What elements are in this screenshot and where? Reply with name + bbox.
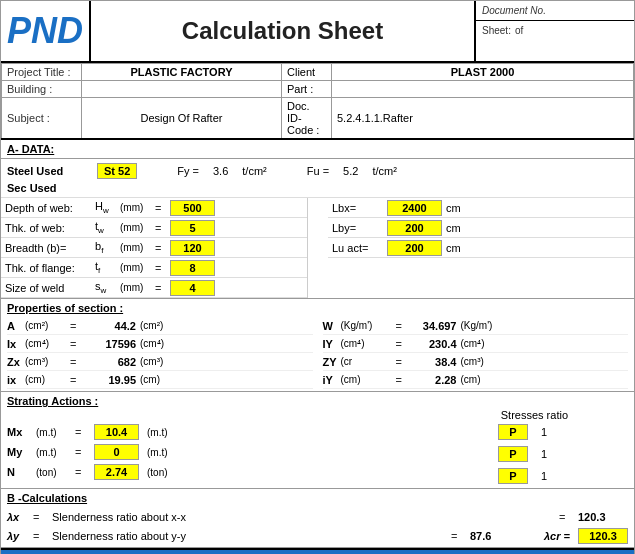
calc-header: B -Calculations — [7, 492, 628, 504]
param-unit-sw: (mm) — [120, 282, 155, 293]
calc-eq2-ly: = — [451, 530, 466, 542]
action-unit2-My: (m.t) — [147, 447, 182, 458]
project-info-table: Project Title : PLASTIC FACTORY Client P… — [1, 63, 634, 140]
sec-used-label: Sec Used — [7, 182, 628, 194]
steel-section: Steel Used St 52 Fy = 3.6 t/cm² Fu = 5.2… — [1, 159, 634, 197]
stresses-ratio-label: Stresses ratio — [7, 409, 628, 421]
stress-val-Mx: 1 — [534, 426, 554, 438]
project-title-value: PLASTIC FACTORY — [82, 64, 282, 81]
param-unit-lby: cm — [446, 222, 461, 234]
param-unit-bf: (mm) — [120, 242, 155, 253]
param-label-lby: Lby= — [332, 222, 387, 234]
prop-unit-A: (cm²) — [25, 320, 70, 331]
param-unit-tf: (mm) — [120, 262, 155, 273]
header: PND Calculation Sheet Document No. Sheet… — [1, 1, 634, 63]
prop-unit-IY: (cm⁴) — [341, 338, 396, 349]
calc-row-lx: λx = Slenderness ratio about x-x = 120.3 — [7, 507, 628, 526]
props-left: A (cm²) = 44.2 (cm²) Ix (cm⁴) = 17596 (c… — [7, 317, 313, 389]
param-eq-tf: = — [155, 262, 170, 274]
action-val-My[interactable]: 0 — [94, 444, 139, 460]
stress-row-Mx: P 1 — [498, 422, 628, 442]
param-val-luact[interactable]: 200 — [387, 240, 442, 256]
prop-eq-Zx: = — [70, 356, 85, 368]
prop-eq-IY: = — [396, 338, 411, 350]
param-row-sw: Size of weld sw (mm) = 4 — [1, 278, 307, 298]
param-row-lby: Lby= 200 cm — [328, 218, 634, 238]
fy-value: 3.6 — [213, 165, 228, 177]
param-eq-hw: = — [155, 202, 170, 214]
params-left: Depth of web: Hw (mm) = 500 Thk. of web:… — [1, 198, 308, 298]
action-val-N[interactable]: 2.74 — [94, 464, 139, 480]
steel-value[interactable]: St 52 — [97, 163, 137, 179]
action-val-Mx[interactable]: 10.4 — [94, 424, 139, 440]
prop-row-A: A (cm²) = 44.2 (cm²) — [7, 317, 313, 335]
part-label: Part : — [282, 81, 332, 98]
action-unit2-Mx: (m.t) — [147, 427, 182, 438]
calc-val-ly: 87.6 — [470, 530, 520, 542]
subject-label: Subject : — [2, 98, 82, 140]
calc-eq-ly: = — [33, 530, 48, 542]
actions-header: Strating Actions : — [7, 395, 628, 407]
stress-p-My[interactable]: P — [498, 446, 528, 462]
param-sym-tf: tf — [95, 260, 120, 275]
param-unit-tw: (mm) — [120, 222, 155, 233]
prop-val-IY: 230.4 — [411, 338, 461, 350]
calc-desc-ly: Slenderness ratio about y-y — [52, 530, 447, 542]
prop-unit2-IY: (cm⁴) — [461, 338, 506, 349]
prop-val-Ix: 17596 — [85, 338, 140, 350]
prop-sym-IY: IY — [323, 338, 341, 350]
param-sym-bf: bf — [95, 240, 120, 255]
prop-sym-W: W — [323, 320, 341, 332]
param-row-tf: Thk. of flange: tf (mm) = 8 — [1, 258, 307, 278]
page-title: Calculation Sheet — [91, 1, 474, 61]
param-row-bf: Breadth (b)= bf (mm) = 120 — [1, 238, 307, 258]
building-label: Building : — [2, 81, 82, 98]
param-val-sw[interactable]: 4 — [170, 280, 215, 296]
actions-stress-col: P 1 P 1 P 1 — [498, 422, 628, 486]
client-label: Client — [282, 64, 332, 81]
prop-unit-iY: (cm) — [341, 374, 396, 385]
prop-eq-ZY: = — [396, 356, 411, 368]
prop-row-ZY: ZY (cr = 38.4 (cm³) — [323, 353, 629, 371]
calc-row-ly: λy = Slenderness ratio about y-y = 87.6 … — [7, 526, 628, 545]
page: PND Calculation Sheet Document No. Sheet… — [0, 0, 635, 554]
steel-label: Steel Used — [7, 165, 87, 177]
action-sym-N: N — [7, 466, 32, 478]
doc-number-label: Document No. — [476, 1, 634, 21]
actions-section: Strating Actions : Stresses ratio Mx (m.… — [1, 392, 634, 489]
prop-val-W: 34.697 — [411, 320, 461, 332]
param-val-hw[interactable]: 500 — [170, 200, 215, 216]
stress-p-Mx[interactable]: P — [498, 424, 528, 440]
prop-val-A: 44.2 — [85, 320, 140, 332]
calc-lcr-value[interactable]: 120.3 — [578, 528, 628, 544]
prop-unit-ix: (cm) — [25, 374, 70, 385]
calc-eq2-lx: = — [559, 511, 574, 523]
param-eq-sw: = — [155, 282, 170, 294]
prop-unit2-Zx: (cm³) — [140, 356, 180, 367]
param-sym-tw: tw — [95, 220, 120, 235]
param-sym-hw: Hw — [95, 200, 120, 215]
calc-val-lx: 120.3 — [578, 511, 628, 523]
action-unit-N: (ton) — [36, 467, 71, 478]
actions-grid: Mx (m.t) = 10.4 (m.t) My (m.t) = 0 (m.t)… — [7, 422, 628, 486]
param-eq-bf: = — [155, 242, 170, 254]
prop-unit-W: (Kg/m') — [341, 320, 396, 331]
prop-unit-Zx: (cm³) — [25, 356, 70, 367]
prop-sym-A: A — [7, 320, 25, 332]
param-label-tf: Thk. of flange: — [5, 262, 95, 274]
stress-row-N: P 1 — [498, 466, 628, 486]
prop-unit2-W: (Kg/m') — [461, 320, 506, 331]
param-val-bf[interactable]: 120 — [170, 240, 215, 256]
props-grid: A (cm²) = 44.2 (cm²) Ix (cm⁴) = 17596 (c… — [7, 317, 628, 389]
prop-row-IY: IY (cm⁴) = 230.4 (cm⁴) — [323, 335, 629, 353]
action-unit-My: (m.t) — [36, 447, 71, 458]
params-right: Lbx= 2400 cm Lby= 200 cm Lu act= 200 cm — [308, 198, 634, 298]
stress-p-N[interactable]: P — [498, 468, 528, 484]
part-value — [332, 81, 634, 98]
param-val-lbx[interactable]: 2400 — [387, 200, 442, 216]
param-val-lby[interactable]: 200 — [387, 220, 442, 236]
param-val-tw[interactable]: 5 — [170, 220, 215, 236]
param-unit-luact: cm — [446, 242, 461, 254]
logo-area: PND — [1, 1, 91, 61]
param-val-tf[interactable]: 8 — [170, 260, 215, 276]
